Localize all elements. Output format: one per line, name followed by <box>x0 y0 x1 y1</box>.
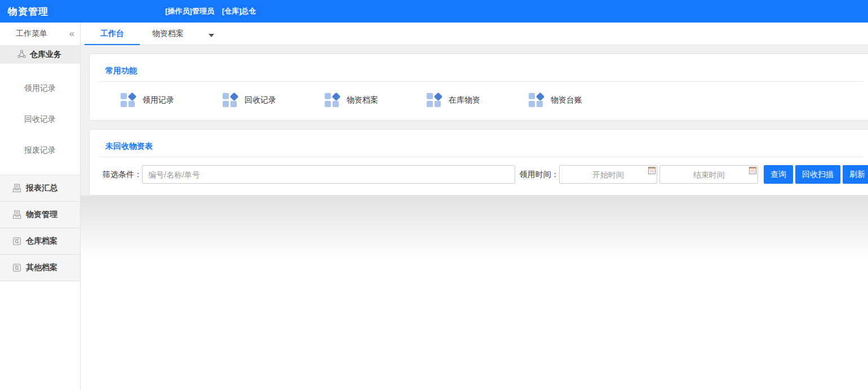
calendar-icon[interactable] <box>749 167 756 174</box>
sidebar-menu-title: 工作菜单 <box>16 29 47 39</box>
sidebar-sublist: 领用记录 回收记录 报废记录 <box>0 64 80 175</box>
quick-link-label: 回收记录 <box>245 95 276 105</box>
chevron-down-icon[interactable] <box>209 34 214 37</box>
tab-bar: 工作台 物资档案 <box>81 23 868 45</box>
quick-link-label: 在库物资 <box>449 95 480 105</box>
sidebar: 工作菜单 « 仓库业务 领用记录 回收记录 报废记录 <box>0 23 81 390</box>
end-time-input[interactable] <box>659 165 758 184</box>
appstore-icon <box>325 93 339 108</box>
main-content: 常用功能 领用记录 回收记录 物资档案 <box>81 45 868 390</box>
sidebar-group-warehouse-business[interactable]: 仓库业务 <box>0 45 80 64</box>
end-time-field <box>659 165 758 184</box>
common-functions-card: 常用功能 领用记录 回收记录 物资档案 <box>89 54 868 121</box>
sidebar-item-lingyong-jilu[interactable]: 领用记录 <box>0 73 80 104</box>
appstore-icon <box>529 93 543 108</box>
content-fade <box>81 196 868 258</box>
filter-row: 筛选条件： 领用时间： <box>90 157 868 195</box>
report-submit-icon <box>12 210 22 220</box>
appstore-icon <box>427 93 441 108</box>
file-search-icon <box>12 263 22 273</box>
common-functions-title: 常用功能 <box>98 54 863 82</box>
appstore-icon <box>121 93 135 108</box>
sidebar-collapse-icon[interactable]: « <box>69 29 74 38</box>
operator-label: [操作员]管理员 <box>165 6 214 16</box>
unreturned-materials-title: 未回收物资表 <box>98 130 863 157</box>
tab-wuzi-dangan[interactable]: 物资档案 <box>140 23 196 45</box>
quick-link-wuzi-taizhang[interactable]: 物资台账 <box>529 93 631 108</box>
report-submit-icon <box>12 183 22 193</box>
app-title: 物资管理 <box>8 5 48 18</box>
sidebar-item-label: 报表汇总 <box>26 183 57 193</box>
sidebar-empty-area <box>0 281 80 390</box>
sidebar-item-baobiao-huizong[interactable]: 报表汇总 <box>0 175 80 202</box>
deployment-unit-icon <box>17 50 26 59</box>
sidebar-item-huishou-jilu[interactable]: 回收记录 <box>0 104 80 135</box>
recycle-scan-button[interactable]: 回收扫描 <box>795 165 840 184</box>
warehouse-label: [仓库]总仓 <box>222 6 256 16</box>
quick-link-huishou-jilu[interactable]: 回收记录 <box>223 93 325 108</box>
sidebar-item-label: 仓库档案 <box>26 236 57 246</box>
quick-links-row: 领用记录 回收记录 物资档案 在库物资 <box>90 82 868 120</box>
app-header: 物资管理 [操作员]管理员 [仓库]总仓 <box>0 0 868 23</box>
appstore-icon <box>223 93 237 108</box>
quick-link-label: 物资台账 <box>551 95 582 105</box>
sidebar-item-label: 其他档案 <box>26 263 57 273</box>
quick-link-wuzi-dangan[interactable]: 物资档案 <box>325 93 427 108</box>
sidebar-group-label: 仓库业务 <box>30 50 61 60</box>
tab-workbench[interactable]: 工作台 <box>85 23 140 45</box>
sidebar-item-label: 物资管理 <box>26 210 57 220</box>
quick-link-label: 物资档案 <box>347 95 378 105</box>
file-search-icon <box>12 236 22 246</box>
sidebar-item-wuzi-guanli[interactable]: 物资管理 <box>0 202 80 228</box>
calendar-icon[interactable] <box>648 167 656 174</box>
quick-link-lingyong-jilu[interactable]: 领用记录 <box>121 93 223 108</box>
time-label: 领用时间： <box>520 170 559 180</box>
filter-label: 筛选条件： <box>103 170 142 180</box>
query-button[interactable]: 查询 <box>764 165 793 184</box>
quick-link-zaiku-wuzi[interactable]: 在库物资 <box>427 93 529 108</box>
sidebar-item-qita-dangan[interactable]: 其他档案 <box>0 255 80 281</box>
sidebar-item-cangku-dangan[interactable]: 仓库档案 <box>0 228 80 255</box>
user-info: [操作员]管理员 [仓库]总仓 <box>165 0 256 23</box>
refresh-button[interactable]: 刷新 <box>843 165 868 184</box>
start-time-input[interactable] <box>559 165 658 184</box>
sidebar-header: 工作菜单 « <box>0 23 80 45</box>
filter-keyword-input[interactable] <box>142 165 515 184</box>
unreturned-materials-card: 未回收物资表 筛选条件： 领用时间： <box>89 129 868 196</box>
start-time-field <box>559 165 658 184</box>
quick-link-label: 领用记录 <box>143 95 174 105</box>
sidebar-item-baofei-jilu[interactable]: 报废记录 <box>0 135 80 166</box>
